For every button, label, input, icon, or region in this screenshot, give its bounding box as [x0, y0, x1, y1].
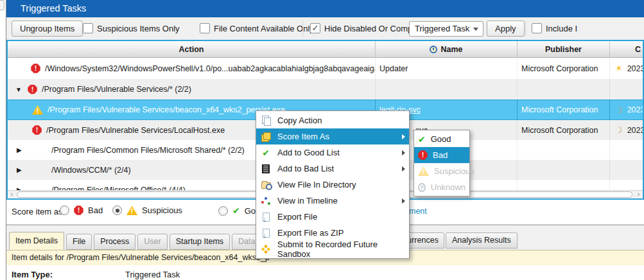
include-checkbox[interactable]: Include I	[532, 22, 577, 34]
tab-user: User	[137, 234, 167, 250]
scrollbar-thumb[interactable]	[0, 0, 4, 10]
adjacent-panel-edge	[0, 0, 6, 280]
panel-title: Triggered Tasks	[21, 0, 86, 17]
export-icon	[263, 213, 270, 222]
moon-icon: ☽	[615, 125, 623, 135]
good-check-icon: ✔	[232, 206, 240, 216]
warning-icon	[418, 166, 429, 176]
sandbox-icon	[261, 243, 272, 254]
collapsed-caret-icon[interactable]: ▶	[17, 166, 24, 173]
chevron-down-icon	[473, 28, 478, 31]
bad-list-icon	[262, 164, 270, 173]
checkbox-box[interactable]	[200, 23, 210, 33]
menu-item-copy-action[interactable]: Copy Action	[256, 112, 409, 128]
bad-icon	[74, 206, 83, 215]
column-header-action[interactable]: Action	[8, 41, 376, 58]
unknown-icon: ?	[418, 183, 426, 192]
item-type-label: Item Type:	[12, 270, 53, 279]
bad-icon	[418, 150, 428, 160]
score-stack-icon	[261, 132, 270, 141]
ungroup-items-button[interactable]: Ungroup Items	[12, 21, 83, 37]
expanded-caret-icon[interactable]: ▼	[15, 86, 23, 93]
menu-item-export-file-as-zip[interactable]: Export File as ZIP	[256, 225, 409, 241]
bad-score-icon	[28, 85, 37, 94]
suspicious-score-icon	[32, 105, 43, 115]
submenu-item-unknown: ? Unknown	[414, 179, 469, 195]
scroll-left-icon[interactable]: ‹	[8, 191, 16, 198]
submenu-item-bad[interactable]: Bad	[414, 147, 469, 163]
warning-icon	[126, 206, 137, 215]
column-header-name[interactable]: Name	[376, 41, 518, 58]
tab-process[interactable]: Process	[94, 234, 135, 250]
submenu-item-good[interactable]: ✔ Good	[414, 131, 469, 147]
table-group-row[interactable]: ▼/Program Files/Vulnerable Services/* (2…	[8, 79, 643, 100]
score-submenu: ✔ Good Bad Suspicious ? Unknown	[413, 130, 470, 197]
file-content-available-checkbox[interactable]: File Content Available Only	[200, 22, 314, 34]
column-header-created[interactable]: C	[610, 41, 643, 58]
item-details-for-text: Item details for /Program Files/Vulnerab…	[12, 250, 270, 265]
item-details-body: Item Type: Triggered Task	[6, 265, 644, 280]
bad-score-icon	[32, 125, 42, 135]
table-row[interactable]: /Windows/System32/WindowsPowerShell/v1.0…	[8, 58, 643, 79]
checkbox-label: Include I	[546, 24, 577, 33]
table-header: Action Name Publisher C	[8, 41, 643, 58]
menu-item-score-item-as[interactable]: Score Item As	[256, 128, 409, 144]
checkbox-box[interactable]	[532, 23, 542, 33]
task-type-dropdown[interactable]: Triggered Task Type	[409, 21, 483, 37]
timeline-icon	[261, 197, 271, 205]
submenu-arrow-icon	[402, 166, 405, 171]
scroll-right-icon[interactable]: ›	[634, 191, 643, 198]
checkbox-label: Suspicious Items Only	[97, 24, 180, 33]
radio-button[interactable]	[218, 206, 228, 216]
sun-icon: ☀	[615, 64, 623, 73]
partial-link-text[interactable]: ment	[409, 207, 427, 216]
submenu-arrow-icon	[402, 198, 405, 204]
tab-item-details[interactable]: Item Details	[9, 232, 64, 250]
toolbar-separator	[525, 21, 526, 37]
good-check-icon: ✔	[418, 134, 426, 144]
tab-analysis-results[interactable]: Analysis Results	[446, 232, 518, 249]
tab-file[interactable]: File	[66, 234, 92, 250]
export-icon	[263, 229, 270, 238]
triggered-tasks-window: Triggered Tasks Ungroup Items Suspicious…	[0, 0, 644, 280]
score-radio-bad[interactable]: Bad	[60, 206, 103, 215]
submenu-arrow-icon	[402, 134, 405, 139]
menu-item-export-file[interactable]: Export File	[256, 209, 409, 225]
panel-titlebar: Triggered Tasks	[6, 0, 644, 17]
folder-search-icon	[261, 182, 271, 189]
checkbox-box[interactable]	[83, 23, 93, 33]
toolbar-separator	[302, 21, 303, 37]
context-menu: Copy Action Score Item As ✔ Add to Good …	[256, 110, 410, 259]
menu-item-view-file-in-directory[interactable]: View File In Directory	[256, 177, 409, 193]
score-item-as-label: Score item as	[12, 207, 62, 216]
tab-startup-items[interactable]: Startup Items	[170, 234, 230, 250]
copy-icon	[262, 116, 270, 125]
radio-button[interactable]	[60, 206, 69, 215]
menu-item-add-to-bad-list[interactable]: Add to Bad List	[256, 161, 409, 177]
menu-item-submit-to-sandbox[interactable]: Submit to Recorded Future Sandbox	[256, 241, 409, 257]
score-radio-suspicious[interactable]: Suspicious	[112, 206, 182, 215]
good-check-icon: ✔	[262, 148, 270, 158]
submenu-arrow-icon	[402, 150, 405, 155]
menu-item-add-to-good-list[interactable]: ✔ Add to Good List	[256, 144, 409, 161]
radio-button-selected[interactable]	[112, 206, 122, 215]
moon-icon: ☽	[615, 105, 623, 115]
bad-score-icon	[31, 64, 40, 73]
checkbox-box-checked[interactable]	[310, 23, 320, 33]
item-type-value: Triggered Task	[125, 270, 180, 279]
toolbar: Ungroup Items Suspicious Items Only File…	[6, 17, 644, 40]
collapsed-caret-icon[interactable]: ▶	[17, 146, 24, 153]
checkbox-label: File Content Available Only	[214, 24, 314, 33]
clock-icon	[430, 46, 437, 53]
submenu-item-suspicious: Suspicious	[414, 163, 469, 179]
suspicious-only-checkbox[interactable]: Suspicious Items Only	[83, 22, 180, 34]
apply-button[interactable]: Apply	[487, 21, 525, 37]
column-header-publisher[interactable]: Publisher	[518, 41, 610, 58]
menu-item-view-in-timeline[interactable]: View in Timeline	[256, 193, 409, 209]
